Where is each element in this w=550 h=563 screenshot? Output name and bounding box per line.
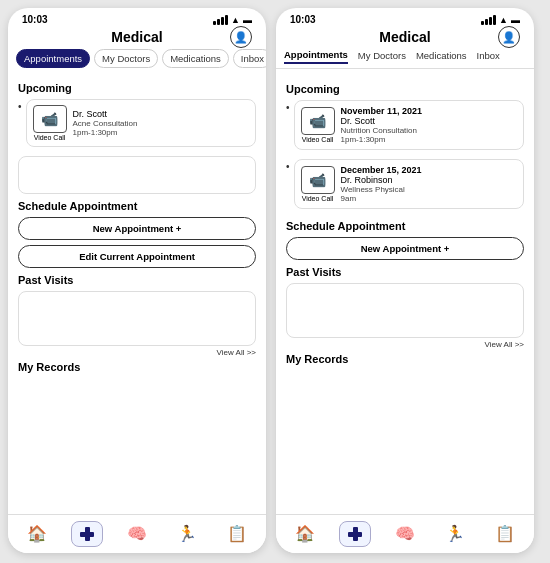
video-call-label-2b: Video Call (302, 195, 334, 202)
signal-icon (213, 15, 228, 25)
bottom-nav-1: 🏠 🧠 🏃 📋 (8, 514, 266, 553)
video-call-block-1: 📹 Video Call (33, 105, 67, 141)
medical-cross-icon-1 (78, 525, 96, 543)
schedule-section-2: Schedule Appointment New Appointment + (286, 220, 524, 260)
records-icon-1: 📋 (227, 526, 247, 542)
nav-home-1[interactable]: 🏠 (21, 523, 53, 545)
appointment-card-1[interactable]: 📹 Video Call Dr. Scott Acne Consultation… (26, 99, 256, 147)
nav-mental-2[interactable]: 🧠 (389, 523, 421, 545)
tab-medications-2[interactable]: Medications (416, 50, 467, 63)
appt-time-2a: 1pm-1:30pm (341, 135, 423, 144)
mental-icon-1: 🧠 (127, 526, 147, 542)
schedule-section-1: Schedule Appointment New Appointment + E… (18, 200, 256, 268)
appointment-card-2a[interactable]: 📹 Video Call November 11, 2021 Dr. Scott… (294, 100, 524, 150)
appt-service-1: Acne Consultation (73, 119, 138, 128)
mental-icon-2: 🧠 (395, 526, 415, 542)
video-icon-1: 📹 (33, 105, 67, 133)
appt-info-1: Dr. Scott Acne Consultation 1pm-1:30pm (73, 109, 138, 137)
appt-service-2b: Wellness Physical (341, 185, 422, 194)
schedule-title-1: Schedule Appointment (18, 200, 256, 212)
medical-cross-icon-2 (346, 525, 364, 543)
header-title-2: Medical (379, 29, 430, 45)
records-icon-2: 📋 (495, 526, 515, 542)
past-visits-title-2: Past Visits (286, 266, 524, 278)
video-call-label-1: Video Call (34, 134, 66, 141)
video-icon-2b: 📹 (301, 166, 335, 194)
past-visits-box-1 (18, 291, 256, 346)
fitness-icon-1: 🏃 (177, 526, 197, 542)
appointment-card-2b[interactable]: 📹 Video Call December 15, 2021 Dr. Robin… (294, 159, 524, 209)
edit-appointment-button-1[interactable]: Edit Current Appointment (18, 245, 256, 268)
appt-time-1: 1pm-1:30pm (73, 128, 138, 137)
status-icons-2: ▲ ▬ (481, 15, 520, 25)
phone-2: 10:03 ▲ ▬ Medical 👤 Appointments My Doct… (276, 8, 534, 553)
wifi-icon-2: ▲ (499, 15, 508, 25)
status-bar-2: 10:03 ▲ ▬ (276, 8, 534, 27)
nav-home-2[interactable]: 🏠 (289, 523, 321, 545)
phones-container: 10:03 ▲ ▬ Medical 👤 Appointments My Doct… (0, 0, 550, 563)
nav-fitness-1[interactable]: 🏃 (171, 523, 203, 545)
avatar-icon-2[interactable]: 👤 (498, 26, 520, 48)
empty-appointment-card-1 (18, 156, 256, 194)
status-bar-1: 10:03 ▲ ▬ (8, 8, 266, 27)
fitness-icon-2: 🏃 (445, 526, 465, 542)
appt-info-2a: November 11, 2021 Dr. Scott Nutrition Co… (341, 106, 423, 144)
tab-inbox-2[interactable]: Inbox (477, 50, 500, 63)
time-1: 10:03 (22, 14, 48, 25)
past-visits-title-1: Past Visits (18, 274, 256, 286)
avatar-icon-1[interactable]: 👤 (230, 26, 252, 48)
header-title-1: Medical (111, 29, 162, 45)
tabs-1: Appointments My Doctors Medications Inbo… (8, 49, 266, 72)
tab-appointments-1[interactable]: Appointments (16, 49, 90, 68)
nav-medical-1[interactable] (71, 521, 103, 547)
phone-1: 10:03 ▲ ▬ Medical 👤 Appointments My Doct… (8, 8, 266, 553)
battery-icon-2: ▬ (511, 15, 520, 25)
nav-medical-2[interactable] (339, 521, 371, 547)
status-icons-1: ▲ ▬ (213, 15, 252, 25)
appt-time-2b: 9am (341, 194, 422, 203)
new-appointment-button-2[interactable]: New Appointment + (286, 237, 524, 260)
bullet-2b: • (286, 161, 290, 172)
time-2: 10:03 (290, 14, 316, 25)
tab-medications-1[interactable]: Medications (162, 49, 229, 68)
upcoming-title-2: Upcoming (286, 83, 524, 95)
my-records-title-1: My Records (18, 361, 256, 373)
signal-icon-2 (481, 15, 496, 25)
past-visits-box-2 (286, 283, 524, 338)
video-call-block-2b: 📹 Video Call (301, 166, 335, 202)
bottom-nav-2: 🏠 🧠 🏃 📋 (276, 514, 534, 553)
tab-appointments-2[interactable]: Appointments (284, 49, 348, 64)
video-call-label-2a: Video Call (302, 136, 334, 143)
appt-doctor-2a: Dr. Scott (341, 116, 423, 126)
appt-date-2b: December 15, 2021 (341, 165, 422, 175)
appt-date-2a: November 11, 2021 (341, 106, 423, 116)
upcoming-title-1: Upcoming (18, 82, 256, 94)
appt-doctor-1: Dr. Scott (73, 109, 138, 119)
my-records-title-2: My Records (286, 353, 524, 365)
nav-fitness-2[interactable]: 🏃 (439, 523, 471, 545)
appt-service-2a: Nutrition Consultation (341, 126, 423, 135)
video-call-block-2a: 📹 Video Call (301, 107, 335, 143)
view-all-2[interactable]: View All >> (286, 340, 524, 349)
content-1: Upcoming • 📹 Video Call Dr. Scott Acne C… (8, 72, 266, 514)
nav-mental-1[interactable]: 🧠 (121, 523, 153, 545)
header-2: Medical 👤 (276, 27, 534, 49)
new-appointment-button-1[interactable]: New Appointment + (18, 217, 256, 240)
battery-icon: ▬ (243, 15, 252, 25)
tab-mydoctors-2[interactable]: My Doctors (358, 50, 406, 63)
tab-inbox-1[interactable]: Inbox (233, 49, 266, 68)
nav-records-2[interactable]: 📋 (489, 523, 521, 545)
view-all-1[interactable]: View All >> (18, 348, 256, 357)
tab-mydoctors-1[interactable]: My Doctors (94, 49, 158, 68)
home-icon-1: 🏠 (27, 526, 47, 542)
appt-doctor-2b: Dr. Robinson (341, 175, 422, 185)
content-2: Upcoming • 📹 Video Call November 11, 202… (276, 73, 534, 514)
nav-records-1[interactable]: 📋 (221, 523, 253, 545)
header-1: Medical 👤 (8, 27, 266, 49)
bullet-2a: • (286, 102, 290, 113)
schedule-title-2: Schedule Appointment (286, 220, 524, 232)
bullet-1: • (18, 101, 22, 112)
home-icon-2: 🏠 (295, 526, 315, 542)
wifi-icon: ▲ (231, 15, 240, 25)
video-icon-2a: 📹 (301, 107, 335, 135)
